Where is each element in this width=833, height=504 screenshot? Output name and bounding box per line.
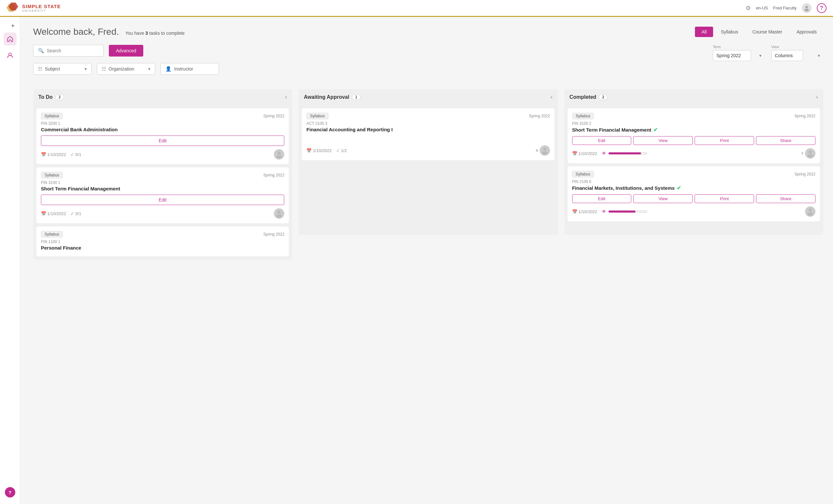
column-todo: To Do 2 ‹ Syllabus Spring 2022 FIN 3200 …	[33, 89, 292, 260]
task-count: ✓ 1/2	[336, 148, 347, 153]
awaiting-count: 1	[352, 94, 361, 100]
card-badge: Syllabus	[41, 231, 63, 238]
svg-point-6	[276, 155, 282, 159]
side-nav: ► ?	[0, 17, 20, 504]
view-button[interactable]: View	[633, 136, 693, 145]
logo-icon	[6, 2, 19, 14]
search-box[interactable]: 🔍	[33, 45, 104, 56]
print-button[interactable]: Print	[695, 136, 754, 145]
svg-point-12	[807, 154, 813, 158]
search-input[interactable]	[47, 48, 99, 53]
tab-all[interactable]: All	[695, 27, 713, 37]
card-fin3100-2: Syllabus Spring 2022 FIN 3100 2 Short Te…	[568, 108, 820, 163]
sidebar-item-home[interactable]	[4, 32, 17, 46]
settings-icon[interactable]: ⚙	[745, 4, 751, 12]
term-view-row: Term Spring 2022 Fall 2021 View Columns …	[713, 45, 823, 61]
help-icon[interactable]: ?	[817, 3, 827, 13]
svg-point-11	[809, 150, 812, 154]
subject-arrow: ▾	[85, 66, 87, 71]
todo-count: 2	[55, 94, 64, 100]
completed-check: ✔	[677, 185, 681, 191]
instructor-icon: 👤	[165, 66, 171, 72]
card-term: Spring 2022	[529, 114, 550, 118]
card-footer-left: 📅 1/10/2022 ✓ 0/1	[41, 152, 81, 157]
share-button[interactable]: Share	[756, 194, 815, 203]
column-awaiting-body: Syllabus Spring 2022 ACT 2100 3 Financia…	[299, 105, 557, 235]
card-top: Syllabus Spring 2022	[572, 113, 815, 119]
column-todo-header: To Do 2 ‹	[33, 89, 292, 105]
course-id: FIN 3100 1	[41, 181, 284, 185]
eye-icon: 👁	[602, 209, 606, 214]
card-footer-left: 📅 1/10/2022 ✓ 0/1	[41, 211, 81, 216]
tab-coursemaster[interactable]: Course Master	[746, 27, 789, 37]
view-button[interactable]: View	[633, 194, 693, 203]
header-row: Welcome back, Fred. You have 3 tasks to …	[33, 27, 823, 37]
card-footer: 📅 1/10/2022 ✓ 1/2 A	[306, 145, 550, 155]
svg-point-13	[809, 209, 812, 212]
todo-collapse[interactable]: ‹	[285, 94, 287, 100]
card-badge: Syllabus	[306, 113, 328, 119]
card-top: Syllabus Spring 2022	[306, 113, 550, 119]
share-button[interactable]: Share	[756, 136, 815, 145]
completed-check: ✔	[653, 127, 658, 133]
progress-bar	[608, 210, 647, 213]
subject-filter[interactable]: ☷ Subject ▾	[33, 63, 92, 75]
logo-area: SIMPLE STATE UNIVERSITY	[6, 2, 61, 14]
course-name: Financial Markets, Institutions, and Sys…	[572, 185, 815, 191]
tasks-badge: You have 3 tasks to complete	[125, 30, 185, 36]
welcome-section: Welcome back, Fred. You have 3 tasks to …	[33, 27, 185, 37]
svg-point-14	[807, 213, 813, 216]
print-button[interactable]: Print	[695, 194, 754, 203]
card-footer: 📅 1/10/2022 ✓ 0/1	[41, 208, 284, 219]
due-date: 📅 1/10/2022	[41, 211, 66, 216]
nav-username: Fred Faculty	[773, 5, 796, 10]
term-group: Term Spring 2022 Fall 2021	[713, 45, 765, 61]
filter-tabs: All Syllabus Course Master Approvals	[695, 27, 823, 37]
edit-button[interactable]: Edit	[41, 136, 284, 146]
instructor-filter[interactable]: 👤 Instructor	[161, 63, 219, 75]
progress-fill	[609, 152, 641, 154]
organization-filter[interactable]: ☷ Organization ▾	[97, 63, 155, 75]
org-icon: ☷	[102, 66, 106, 72]
tab-approvals[interactable]: Approvals	[790, 27, 823, 37]
card-badge: Syllabus	[572, 171, 594, 177]
column-awaiting-title: Awaiting Approval 1	[304, 94, 360, 100]
tab-syllabus[interactable]: Syllabus	[714, 27, 745, 37]
card-fin3200: Syllabus Spring 2022 FIN 3200 1 Commerci…	[37, 108, 289, 164]
view-select[interactable]: Columns List	[771, 50, 803, 61]
due-date: 📅 1/10/2022	[41, 152, 66, 157]
view-label: View	[771, 45, 823, 49]
task-count: ✓ 0/1	[71, 152, 81, 157]
svg-point-7	[278, 211, 281, 214]
progress-container: 👁	[602, 151, 647, 156]
awaiting-collapse[interactable]: ‹	[551, 94, 553, 100]
course-id: FIN 3200 1	[41, 121, 284, 126]
completed-collapse[interactable]: ‹	[816, 94, 818, 100]
course-name: Financial Accounting and Reporting I	[306, 127, 550, 132]
card-fin3100: Syllabus Spring 2022 FIN 3100 1 Short Te…	[37, 167, 289, 223]
main-content: Welcome back, Fred. You have 3 tasks to …	[20, 17, 833, 504]
logo-text: SIMPLE STATE UNIVERSITY	[22, 4, 61, 13]
action-buttons: Edit View Print Share	[572, 136, 815, 145]
card-badge: Syllabus	[572, 113, 594, 119]
user-avatar	[540, 145, 550, 155]
course-id: FIN 2100 6	[572, 179, 815, 184]
nav-avatar[interactable]	[802, 3, 812, 13]
svg-point-3	[804, 9, 809, 11]
sidebar-help-button[interactable]: ?	[5, 487, 15, 498]
user-avatar	[274, 149, 284, 160]
edit-button[interactable]: Edit	[41, 195, 284, 205]
side-nav-toggle[interactable]: ►	[9, 21, 17, 29]
filter-selects: ☷ Subject ▾ ☷ Organization ▾ 👤 Instructo…	[33, 63, 219, 75]
svg-point-4	[9, 53, 11, 55]
edit-button[interactable]: Edit	[572, 194, 632, 203]
welcome-text: Welcome back, Fred. You have 3 tasks to …	[33, 27, 185, 37]
term-select[interactable]: Spring 2022 Fall 2021	[713, 50, 751, 61]
edit-button[interactable]: Edit	[572, 136, 632, 145]
top-nav: SIMPLE STATE UNIVERSITY ⚙ en-US Fred Fac…	[0, 0, 833, 17]
course-name: Short Term Financial Management	[41, 186, 284, 191]
sidebar-item-courses[interactable]	[4, 49, 17, 62]
column-awaiting: Awaiting Approval 1 ‹ Syllabus Spring 20…	[299, 89, 557, 235]
advanced-button[interactable]: Advanced	[109, 45, 143, 56]
column-awaiting-header: Awaiting Approval 1 ‹	[299, 89, 557, 105]
